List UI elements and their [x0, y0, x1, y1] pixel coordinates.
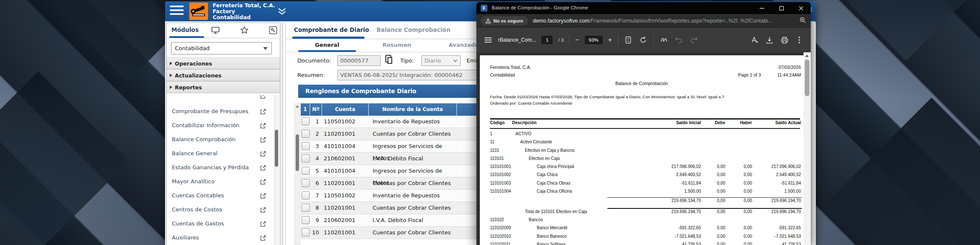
report-cell-descripcion: Caja Chica Oficina — [537, 189, 572, 194]
pdf-menu-icon[interactable] — [483, 35, 493, 45]
row-select-button[interactable] — [302, 179, 310, 187]
subtab-resumen[interactable]: Resumen — [369, 42, 424, 48]
external-link-icon — [260, 95, 266, 99]
grid-col-cuenta[interactable]: Cuenta — [322, 103, 369, 116]
url-text[interactable]: demo.factorysoftve.com/Framework/Formula… — [533, 18, 796, 24]
favorites-star-icon[interactable] — [240, 26, 249, 36]
report-cell-haber: 0,00 — [732, 172, 752, 177]
row-select-button[interactable] — [302, 154, 310, 162]
row-select-button[interactable] — [302, 130, 310, 138]
report-cell-haber: 0,00 — [732, 181, 752, 185]
row-select-button[interactable] — [302, 228, 310, 236]
zoom-level-input[interactable]: 93% — [585, 36, 603, 44]
subtab-general[interactable]: General — [298, 42, 356, 48]
sidebar-menu-item[interactable]: Cuentas Contables — [167, 189, 274, 203]
sidebar-menu-item[interactable]: Estado Ganancias y Pérdida — [167, 161, 274, 175]
report-cell-descripcion: Total de 110101 Efectivo en Caja — [525, 209, 587, 214]
sidebar-menu-item[interactable]: Cuentas de Gastos — [167, 217, 274, 231]
grid-scrollbar-thumb[interactable] — [296, 134, 299, 171]
accordion-section-header[interactable]: Operaciones — [167, 57, 280, 69]
row-number: 10 — [310, 227, 322, 239]
scroll-up-arrow-icon[interactable] — [805, 54, 809, 57]
copy-icon[interactable] — [385, 54, 394, 67]
row-select-button[interactable] — [302, 204, 310, 212]
triangle-right-icon — [170, 62, 172, 65]
report-cell-debe: 0,00 — [705, 225, 725, 230]
sidebar-scrollbar-thumb[interactable] — [275, 130, 278, 167]
row-nombre: I.V.A. Débito Fiscal — [369, 153, 457, 165]
download-icon[interactable] — [765, 35, 774, 45]
sidebar-menu-item[interactable]: Balance Comprobación — [167, 133, 274, 147]
maximize-button[interactable] — [772, 2, 791, 14]
chevron-double-down-icon[interactable] — [277, 8, 287, 17]
monitor-tab-icon[interactable] — [211, 26, 220, 36]
zoom-out-button[interactable]: − — [575, 37, 579, 43]
zoom-in-button[interactable]: + — [608, 37, 612, 43]
text-annotation-icon[interactable] — [750, 35, 759, 45]
accordion-section-header[interactable]: Actualizaciones — [167, 69, 280, 81]
row-select-button[interactable] — [302, 117, 310, 125]
page-number-input[interactable]: 1 — [541, 36, 553, 44]
sidebar-menu-item[interactable]: Balance General — [167, 147, 274, 161]
chrome-address-bar[interactable]: No es seguro demo.factorysoftve.com/Fram… — [476, 14, 811, 28]
sidebar-menu-item[interactable]: Mayor Analítico — [167, 175, 274, 189]
more-options-icon[interactable] — [795, 35, 804, 45]
report-cell-saldo-actual: 217.096.906,02 — [758, 164, 801, 169]
report-columns-header: Código Descripción Saldo Inicial Debe Ha… — [480, 120, 803, 127]
security-badge[interactable]: No es seguro — [481, 16, 528, 26]
row-select-button[interactable] — [302, 142, 310, 150]
print-icon[interactable] — [780, 35, 789, 45]
tab-modulos[interactable]: Módulos — [171, 26, 199, 33]
accordion-section-header[interactable]: Reportes — [167, 81, 280, 93]
sidebar-menu-item[interactable]: Comprobante de Presupues — [167, 105, 274, 119]
grid-col-nombre[interactable]: Nombre de la Cuenta — [369, 103, 457, 116]
report-cell-haber: 0,00 — [732, 164, 752, 169]
redo-icon[interactable] — [689, 35, 698, 45]
tipo-select[interactable]: Diario — [422, 55, 461, 66]
panel-right-scrollbar[interactable] — [811, 23, 815, 245]
sidebar-scrollbar[interactable] — [274, 95, 279, 245]
row-number: 2 — [310, 128, 322, 140]
report-row: 110101003 Caja Chica Obras -51.611,84 0,… — [480, 181, 803, 189]
row-select-button[interactable] — [302, 216, 310, 224]
chrome-titlebar[interactable]: F Balance de Comprobación - Google Chrom… — [476, 2, 811, 14]
sidebar-menu-item[interactable]: Contabilizar Información — [167, 119, 274, 133]
report-rule — [490, 128, 800, 129]
sidebar-menu-item[interactable]: Centros de Costos — [167, 203, 274, 217]
key-tab-icon[interactable] — [269, 26, 277, 36]
minimize-button[interactable] — [752, 2, 772, 14]
scroll-up-arrow-icon[interactable] — [296, 105, 299, 108]
undo-icon[interactable] — [674, 35, 684, 45]
fit-page-icon[interactable] — [624, 35, 633, 45]
grid-col-select[interactable]: 1 — [301, 103, 310, 116]
close-button[interactable] — [791, 2, 811, 14]
sidebar-menu-item-partial[interactable] — [167, 95, 274, 105]
row-select-button[interactable] — [302, 191, 310, 199]
pdf-scrollbar[interactable] — [803, 52, 811, 245]
modules-sidebar: Módulos — [166, 23, 280, 245]
sidebar-menu: Comprobante de Presupues Contabilizar In… — [167, 95, 274, 245]
menu-item-label: Estado Ganancias y Pérdida — [172, 164, 258, 171]
rotate-icon[interactable] — [638, 35, 648, 45]
pdf-filename: rBalance_Com... — [498, 37, 536, 43]
row-select-button[interactable] — [302, 167, 310, 175]
emision-label-partial: Emi — [467, 57, 477, 64]
company-logo — [189, 3, 208, 20]
module-select[interactable]: Contabilidad — [171, 42, 272, 54]
draw-annotation-icon[interactable] — [659, 35, 669, 45]
pdf-viewer: Ferreteria Total, C.A. 07/03/2026 Contab… — [476, 52, 811, 245]
documento-input[interactable]: 00000577 — [337, 55, 381, 66]
tab-balance-comprobacion[interactable]: Balance Comprobación — [376, 26, 450, 33]
url-path: /Framework/Formularios/frmVisorReportes.… — [589, 18, 772, 24]
sidebar-menu-item[interactable]: Auxiliares — [167, 231, 274, 245]
pdf-scrollbar-thumb[interactable] — [805, 60, 809, 96]
grid-col-num[interactable]: Nº — [310, 103, 322, 116]
zoom-lens-icon[interactable] — [799, 17, 806, 26]
report-row: 110102 Bancos — [480, 217, 803, 225]
report-cell-debe: 0,00 — [705, 172, 725, 177]
report-cell-descripcion: Banco Mercantil — [537, 225, 567, 230]
tab-comprobante-de-diario[interactable]: Comprobante de Diario — [294, 26, 369, 33]
hamburger-menu-icon[interactable] — [170, 6, 184, 17]
row-number: 6 — [310, 177, 322, 189]
grid-vertical-scrollbar[interactable] — [294, 103, 300, 245]
